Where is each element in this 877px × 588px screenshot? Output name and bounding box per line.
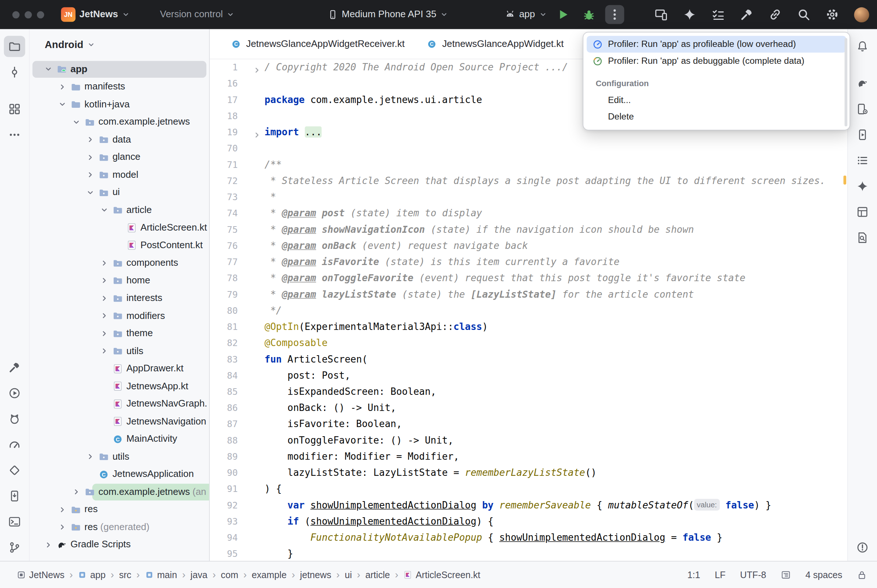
code-text[interactable]: /** — [265, 156, 848, 172]
editor-tab-jetnewsglanceappwidgetreceiver-kt[interactable]: CJetnewsGlanceAppWidgetReceiver.kt — [220, 29, 416, 58]
breadcrumb-example[interactable]: example — [252, 570, 287, 580]
code-text[interactable]: * @param onBack (event) request navigate… — [265, 237, 848, 254]
chevron-right-icon[interactable] — [44, 541, 57, 549]
code-text[interactable]: var showUnimplementedActionDialog by rem… — [265, 497, 848, 513]
code-text[interactable] — [265, 140, 848, 156]
code-text[interactable]: */ — [265, 302, 848, 318]
version-control-tool-button[interactable] — [4, 537, 25, 558]
chevron-right-icon[interactable] — [58, 523, 71, 531]
chevron-right-icon[interactable] — [58, 506, 71, 514]
device-manager-tool-button[interactable] — [852, 98, 873, 120]
code-text[interactable]: * — [265, 189, 848, 205]
avatar[interactable] — [854, 7, 869, 22]
chevron-right-icon[interactable] — [100, 347, 112, 355]
tree-item-data[interactable]: data — [30, 131, 209, 148]
profiler-run-debuggable-item[interactable]: Profiler: Run 'app' as debuggable (compl… — [587, 52, 846, 69]
build-button[interactable] — [740, 8, 753, 21]
profiler-run-profileable-item[interactable]: Profiler: Run 'app' as profileable (low … — [587, 36, 846, 53]
more-run-options-button[interactable] — [605, 5, 624, 24]
search-everywhere-button[interactable] — [797, 8, 811, 21]
chevron-right-icon[interactable] — [100, 276, 112, 285]
code-text[interactable]: onToggleFavorite: () -> Unit, — [265, 432, 848, 448]
project-view-selector[interactable]: Android — [30, 29, 209, 60]
chevron-right-icon[interactable] — [86, 171, 99, 179]
run-tool-button[interactable] — [4, 382, 25, 404]
breadcrumb-article[interactable]: article — [365, 570, 390, 580]
gradle-tool-button[interactable] — [852, 73, 873, 94]
device-mirror-button[interactable] — [654, 8, 668, 21]
chevron-down-icon[interactable] — [100, 206, 112, 214]
tree-item-appdrawer-kt[interactable]: AppDrawer.kt — [30, 360, 209, 378]
tree-item-jetnewsnavigation[interactable]: JetnewsNavigation — [30, 413, 209, 430]
chevron-right-icon[interactable] — [100, 259, 112, 267]
code-text[interactable]: post: Post, — [265, 368, 848, 384]
tree-item-kotlin-java[interactable]: kotlin+java — [30, 96, 209, 113]
minimize-window-button[interactable] — [25, 11, 32, 18]
chevron-right-icon[interactable] — [86, 153, 99, 162]
tree-item-ui[interactable]: ui — [30, 184, 209, 201]
tree-item-theme[interactable]: theme — [30, 325, 209, 342]
more-tool-windows-tool-button[interactable] — [4, 124, 25, 146]
tree-item-articlescreen-kt[interactable]: ArticleScreen.kt — [30, 219, 209, 237]
run-configurations-list-button[interactable] — [711, 8, 725, 21]
tree-item-article[interactable]: article — [30, 201, 209, 219]
close-window-button[interactable] — [12, 11, 20, 18]
code-text[interactable]: @OptIn(ExperimentalMaterial3Api::class) — [265, 319, 848, 335]
code-text[interactable]: isExpandedScreen: Boolean, — [265, 384, 848, 400]
commit-tool-button[interactable] — [4, 62, 25, 83]
device-selector[interactable]: Medium Phone API 35 — [322, 5, 454, 24]
tree-item-jetnewsapplication[interactable]: CJetnewsApplication — [30, 465, 209, 483]
chevron-right-icon[interactable] — [86, 453, 99, 461]
tree-item-utils[interactable]: utils — [30, 342, 209, 360]
run-button[interactable] — [554, 5, 573, 24]
edit-configuration-item[interactable]: Edit... — [587, 92, 846, 108]
build-tool-button[interactable] — [4, 357, 25, 378]
fold-marker[interactable] — [238, 59, 264, 75]
tree-item-app[interactable]: app — [30, 60, 209, 78]
terminal-tool-button[interactable] — [4, 511, 25, 532]
tree-item-components[interactable]: components — [30, 254, 209, 272]
code-text[interactable]: * @param showNavigationIcon (state) if t… — [265, 221, 848, 237]
line-separator[interactable]: LF — [715, 570, 725, 580]
code-text[interactable]: * @param isFavorite (state) is this item… — [265, 254, 848, 270]
code-text[interactable]: } — [265, 546, 848, 562]
layout-inspector-tool-button[interactable] — [852, 201, 873, 222]
breadcrumb-java[interactable]: java — [190, 570, 207, 580]
find-usages-tool-button[interactable] — [852, 227, 873, 248]
pull-requests-button[interactable] — [769, 8, 782, 21]
problems-tool-button[interactable] — [852, 537, 873, 558]
chevron-right-icon[interactable] — [100, 329, 112, 338]
breadcrumb-src[interactable]: src — [119, 570, 132, 580]
logcat-tool-button[interactable] — [4, 408, 25, 430]
chevron-right-icon[interactable] — [86, 136, 99, 144]
reader-mode-icon[interactable] — [781, 570, 791, 580]
code-text[interactable]: modifier: Modifier = Modifier, — [265, 448, 848, 465]
code-area[interactable]: 1/ Copyright 2020 The Android Open Sourc… — [210, 59, 848, 562]
chevron-right-icon[interactable] — [58, 82, 71, 91]
bookmarks-tool-button[interactable] — [852, 150, 873, 171]
tree-item-model[interactable]: model — [30, 166, 209, 184]
fold-marker[interactable] — [238, 124, 264, 140]
caret-position[interactable]: 1:1 — [687, 570, 700, 580]
code-text[interactable]: * @param post (state) item to display — [265, 205, 848, 221]
chevron-down-icon[interactable] — [44, 65, 57, 74]
tree-item-modifiers[interactable]: modifiers — [30, 307, 209, 324]
code-text[interactable]: @Composable — [265, 335, 848, 351]
file-encoding[interactable]: UTF-8 — [740, 570, 766, 580]
chevron-down-icon[interactable] — [72, 118, 85, 126]
code-text[interactable]: isFavorite: Boolean, — [265, 416, 848, 432]
tree-item-jetnewsnavgraph[interactable]: JetnewsNavGraph. — [30, 395, 209, 413]
run-configuration-selector[interactable]: app — [505, 9, 547, 20]
chevron-right-icon[interactable] — [72, 488, 85, 496]
breadcrumb-ui[interactable]: ui — [345, 570, 352, 580]
breadcrumb-app[interactable]: app — [78, 570, 106, 580]
code-text[interactable]: * @param onToggleFavorite (event) reques… — [265, 270, 848, 286]
tree-item-home[interactable]: home — [30, 272, 209, 289]
app-quality-insights-tool-button[interactable] — [4, 460, 25, 481]
structure-tool-button[interactable] — [4, 98, 25, 120]
editor-tab-jetnewsglanceappwidget-kt[interactable]: CJetnewsGlanceAppWidget.kt — [416, 29, 575, 58]
tree-item-interests[interactable]: interests — [30, 289, 209, 307]
gemini-button[interactable] — [683, 8, 697, 21]
tree-item-manifests[interactable]: manifests — [30, 78, 209, 96]
tree-item-com-example-jetnews[interactable]: com.example.jetnews — [30, 113, 209, 131]
